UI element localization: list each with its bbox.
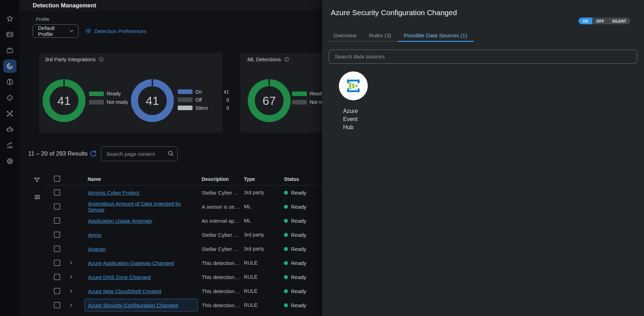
toggle-on[interactable]: ON	[579, 18, 592, 24]
sidebar-item-detections[interactable]	[3, 59, 17, 73]
type-cell: RULE	[244, 270, 258, 284]
chevron-right-icon	[69, 274, 74, 279]
row-checkbox[interactable]	[54, 217, 60, 224]
radar-icon	[6, 62, 14, 70]
legend-item: Silent0	[178, 104, 229, 112]
description-cell: This detection…	[202, 270, 240, 284]
status-dot	[284, 289, 288, 293]
brain-icon	[6, 78, 14, 86]
card-3rd-party-integrations: 3rd Party Integrations 41Ready41Not read…	[39, 53, 222, 133]
legend-swatch	[178, 97, 192, 102]
status-dot	[284, 247, 288, 251]
type-cell: 3rd party	[244, 228, 264, 242]
data-source-item[interactable]: Azure Event Hub	[339, 71, 373, 131]
toggle-off[interactable]: OFF	[592, 18, 608, 24]
status-cell: Ready	[284, 228, 306, 242]
azure-event-hub-logo-icon	[345, 77, 362, 95]
detection-link[interactable]: Armis	[88, 232, 101, 238]
status-text: Ready	[291, 260, 306, 266]
status-text: Ready	[291, 218, 306, 224]
detection-link[interactable]: Application Usage Anomaly	[88, 218, 152, 224]
filter-button[interactable]	[33, 177, 40, 184]
detection-link[interactable]: Azure New CloudShell Created	[88, 288, 161, 294]
legend-value: 41	[219, 89, 229, 95]
panel-title: Azure Security Configuration Changed	[331, 8, 457, 17]
name-cell: Application Usage Anomaly	[84, 214, 198, 227]
donut-value: 41	[131, 79, 174, 122]
chevron-down-icon	[69, 29, 74, 33]
expand-row-button[interactable]	[69, 303, 74, 308]
detection-link[interactable]: Azure DNS Zone Changed	[88, 274, 151, 280]
page-search	[101, 146, 178, 161]
chevron-right-icon	[69, 289, 74, 293]
row-checkbox[interactable]	[54, 203, 60, 210]
row-checkbox[interactable]	[54, 246, 60, 252]
tab-overview[interactable]: Overview	[327, 30, 363, 42]
type-cell: ML	[244, 200, 251, 214]
column-header-name: Name	[88, 172, 101, 185]
detection-preferences-link[interactable]: Detection Preferences	[85, 28, 146, 34]
status-text: Ready	[291, 190, 306, 196]
refresh-button[interactable]	[89, 150, 97, 158]
sidebar-item-threat-hunting[interactable]	[3, 91, 17, 105]
page-search-input[interactable]	[101, 146, 178, 161]
sidebar-item-cases[interactable]	[3, 44, 17, 57]
network-icon	[6, 110, 14, 118]
sidebar-item-favorites[interactable]	[3, 12, 17, 25]
description-cell: A sensor is se…	[202, 200, 240, 214]
legend-value: 0	[219, 97, 229, 103]
expand-row-button[interactable]	[69, 289, 74, 293]
name-cell: Azure New CloudShell Created	[84, 285, 198, 297]
tab-rules-3[interactable]: Rules (3)	[363, 30, 398, 42]
row-checkbox[interactable]	[54, 260, 60, 266]
data-source-label: Azure Event Hub	[343, 107, 366, 131]
sidebar-item-settings[interactable]	[3, 154, 17, 168]
legend-label: Not ready	[107, 99, 130, 105]
expand-row-button[interactable]	[69, 274, 74, 279]
toggle-silent[interactable]: SILENT	[608, 18, 630, 24]
star-icon	[6, 15, 14, 23]
status-dot	[284, 205, 288, 209]
detection-link[interactable]: Avanan	[88, 246, 106, 252]
legend-label: Silent	[195, 105, 219, 111]
sidebar-item-dashboards[interactable]	[3, 28, 17, 41]
row-checkbox[interactable]	[54, 302, 60, 308]
status-dot	[284, 261, 288, 265]
status-cell: Ready	[284, 242, 306, 256]
row-checkbox[interactable]	[54, 274, 60, 280]
data-source-search-input[interactable]	[329, 50, 637, 64]
type-cell: RULE	[244, 298, 258, 312]
tab-possible-data-sources-1[interactable]: Possible Data Sources (1)	[398, 30, 474, 42]
legend-swatch	[292, 100, 307, 105]
sidebar-item-reports[interactable]	[3, 139, 17, 152]
profile-dropdown[interactable]: Default Profile	[33, 24, 78, 38]
status-cell: Ready	[284, 270, 306, 284]
status-text: Ready	[291, 302, 306, 308]
status-cell: Ready	[284, 185, 306, 200]
chart-icon	[6, 141, 14, 149]
row-checkbox[interactable]	[54, 189, 60, 196]
sidebar-item-automation[interactable]	[3, 123, 17, 136]
detection-link[interactable]: Azure Application Gateway Changed	[88, 260, 174, 266]
sidebar	[0, 0, 19, 316]
status-text: Ready	[291, 246, 306, 252]
sidebar-item-machine-learning[interactable]	[3, 75, 17, 89]
results-count: 11 – 20 of 293 Results	[28, 146, 88, 162]
status-dot	[284, 191, 288, 195]
description-cell: This detection…	[202, 284, 240, 298]
select-all-checkbox[interactable]	[54, 176, 60, 182]
expand-row-button[interactable]	[69, 260, 74, 265]
sidebar-item-correlations[interactable]	[3, 107, 17, 120]
data-source-icon	[339, 71, 368, 100]
legend-label: On	[195, 89, 219, 95]
detection-link[interactable]: Azure Security Configuration Changed	[88, 302, 178, 308]
detection-link[interactable]: Acronis Cyber Protect	[88, 190, 139, 196]
chevron-right-icon	[69, 303, 74, 308]
name-cell: Armis	[84, 228, 198, 241]
status-text: Ready	[291, 232, 306, 238]
row-checkbox[interactable]	[54, 232, 60, 238]
gear-icon	[6, 157, 14, 165]
row-checkbox[interactable]	[54, 288, 60, 294]
detection-link[interactable]: Anomalous Amount of Data Ingested by Sen…	[88, 201, 197, 213]
robot-icon	[6, 126, 14, 133]
